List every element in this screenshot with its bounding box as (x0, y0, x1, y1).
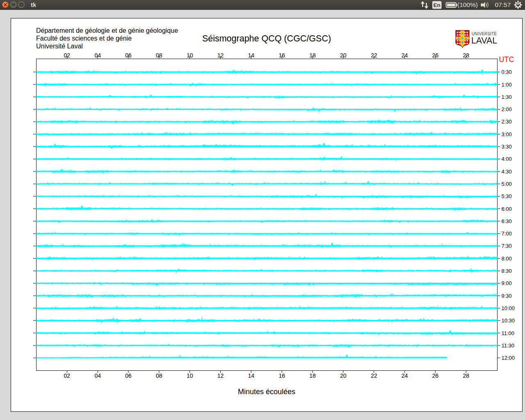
svg-text:18: 18 (309, 52, 316, 59)
svg-text:8:00: 8:00 (502, 256, 512, 262)
svg-text:26: 26 (432, 52, 439, 59)
svg-text:7:30: 7:30 (502, 243, 512, 249)
svg-text:Université Laval: Université Laval (36, 43, 83, 50)
svg-text:22: 22 (371, 52, 377, 59)
svg-text:4:00: 4:00 (502, 156, 512, 162)
svg-text:08: 08 (156, 372, 162, 379)
svg-text:UTC: UTC (499, 55, 514, 64)
svg-text:Faculté des sciences et de gén: Faculté des sciences et de génie (36, 35, 132, 42)
svg-text:02: 02 (64, 372, 71, 379)
svg-text:10: 10 (187, 372, 193, 379)
svg-text:14: 14 (248, 372, 255, 379)
svg-text:16: 16 (278, 372, 285, 379)
svg-text:5:30: 5:30 (502, 193, 512, 199)
svg-text:12: 12 (217, 52, 224, 59)
svg-text:7:00: 7:00 (502, 231, 512, 237)
svg-text:18: 18 (309, 372, 316, 379)
svg-text:06: 06 (125, 52, 132, 59)
svg-text:9:30: 9:30 (502, 293, 512, 299)
svg-text:10: 10 (187, 52, 193, 59)
svg-text:11:00: 11:00 (502, 330, 515, 336)
svg-text:07:57: 07:57 (495, 1, 511, 8)
svg-text:Minutes écoulées: Minutes écoulées (238, 388, 295, 396)
svg-text:10:30: 10:30 (502, 317, 515, 324)
svg-text:20: 20 (340, 52, 347, 59)
svg-text:4:30: 4:30 (502, 169, 512, 175)
svg-text:11:30: 11:30 (502, 342, 515, 349)
svg-text:24: 24 (402, 372, 408, 379)
svg-text:16: 16 (278, 52, 285, 59)
svg-text:8:30: 8:30 (502, 268, 512, 274)
svg-text:20: 20 (340, 372, 347, 379)
svg-text:26: 26 (432, 372, 439, 379)
svg-text:6:30: 6:30 (502, 218, 512, 224)
svg-text:22: 22 (371, 372, 377, 379)
svg-text:2:00: 2:00 (502, 106, 512, 112)
svg-text:En: En (434, 2, 441, 8)
svg-text:tk: tk (31, 1, 37, 8)
svg-text:5:00: 5:00 (502, 181, 512, 187)
svg-text:Séismographe QCQ (CGC/GSC): Séismographe QCQ (CGC/GSC) (202, 34, 331, 43)
svg-text:04: 04 (94, 52, 101, 59)
svg-text:1:30: 1:30 (502, 94, 512, 100)
svg-text:3:00: 3:00 (502, 131, 512, 137)
svg-text:24: 24 (402, 52, 408, 59)
svg-text:6:00: 6:00 (502, 206, 512, 212)
svg-text:14: 14 (248, 52, 255, 59)
svg-text:Département de géologie et de: Département de géologie et de génie géol… (36, 27, 178, 34)
svg-text:2:30: 2:30 (502, 119, 512, 125)
svg-text:0:30: 0:30 (502, 69, 512, 75)
svg-text:12: 12 (217, 372, 224, 379)
svg-text:06: 06 (125, 372, 132, 379)
svg-text:LAVAL: LAVAL (471, 35, 497, 46)
svg-text:04: 04 (94, 372, 101, 379)
svg-text:3:30: 3:30 (502, 144, 512, 150)
svg-text:28: 28 (463, 372, 469, 379)
svg-text:9:00: 9:00 (502, 280, 512, 286)
svg-text:1:00: 1:00 (502, 82, 512, 88)
svg-text:12:00: 12:00 (502, 355, 515, 361)
svg-text:02: 02 (64, 52, 71, 59)
svg-text:10:00: 10:00 (502, 305, 515, 311)
svg-text:(100%): (100%) (457, 1, 478, 8)
svg-text:28: 28 (463, 52, 469, 59)
svg-text:08: 08 (156, 52, 162, 59)
